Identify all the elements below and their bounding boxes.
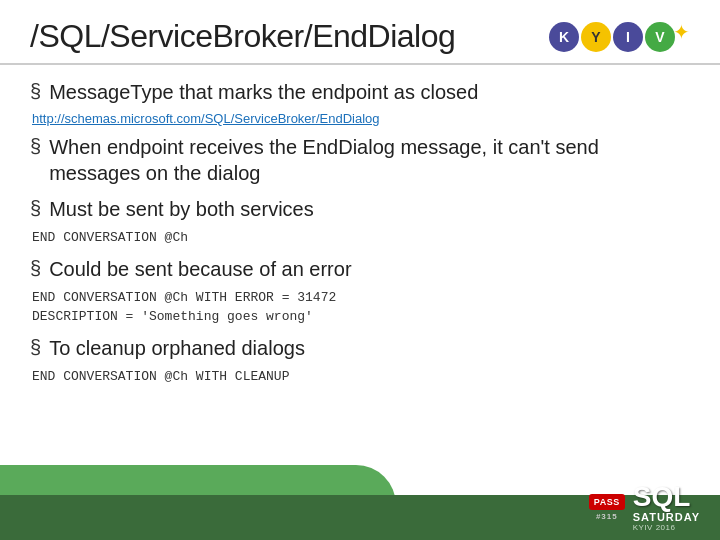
bullet-icon-5: § [30,336,41,359]
bullet-icon-2: § [30,135,41,158]
bullet-icon-3: § [30,197,41,220]
logo-i: I [613,22,643,52]
bullet-item-4: § Could be sent because of an error [30,256,690,282]
bullet-item-1: § MessageType that marks the endpoint as… [30,79,690,105]
sql-saturday-logo: PASS #315 SQL Saturday KYIV 2016 [589,483,700,532]
bullet-text-5: To cleanup orphaned dialogs [49,335,305,361]
sql-logo-inner: SQL Saturday KYIV 2016 [633,483,700,532]
kyiv-year: KYIV 2016 [633,523,676,532]
sql-label: SQL [633,483,691,511]
bullet-item-2: § When endpoint receives the EndDialog m… [30,134,690,186]
bullet-text-3: Must be sent by both services [49,196,314,222]
slide-content: § MessageType that marks the endpoint as… [0,65,720,450]
bullet-item-3: § Must be sent by both services [30,196,690,222]
slide-title: /SQL/ServiceBroker/EndDialog [30,18,455,55]
logo-v: V [645,22,675,52]
logo-y: Y [581,22,611,52]
pass-label: PASS [589,494,625,510]
code-block-1: END CONVERSATION @Ch [32,228,690,248]
code-block-3: END CONVERSATION @Ch WITH CLEANUP [32,367,690,387]
bullet-text-4: Could be sent because of an error [49,256,351,282]
bullet-icon-4: § [30,257,41,280]
bullet-icon-1: § [30,80,41,103]
bullet-text-1: MessageType that marks the endpoint as c… [49,79,478,105]
slide: /SQL/ServiceBroker/EndDialog K Y I V ✦ §… [0,0,720,540]
event-number: #315 [596,512,618,521]
bullet-text-2: When endpoint receives the EndDialog mes… [49,134,690,186]
slide-header: /SQL/ServiceBroker/EndDialog K Y I V ✦ [0,0,720,65]
slide-footer: PASS #315 SQL Saturday KYIV 2016 [0,450,720,540]
logo-star: ✦ [673,20,690,44]
bullet-item-5: § To cleanup orphaned dialogs [30,335,690,361]
saturday-label: Saturday [633,511,700,523]
schema-link[interactable]: http://schemas.microsoft.com/SQL/Service… [32,111,690,126]
logo-badge: K Y I V ✦ [549,22,690,52]
logo-k: K [549,22,579,52]
code-block-2: END CONVERSATION @Ch WITH ERROR = 31472D… [32,288,690,327]
